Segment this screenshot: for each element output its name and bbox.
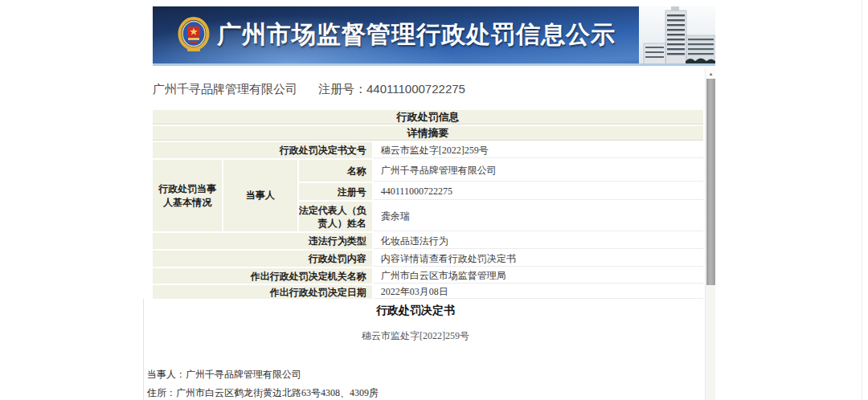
label-penalty-content: 行政处罚内容 [153,251,372,267]
page-right-edge-divider [862,0,862,400]
label-violation-type: 违法行为类型 [153,233,372,249]
label-name: 名称 [299,160,372,182]
decree-line-address: 住所：广州市白云区鹤龙街黄边北路63号4308、4309房 [147,384,684,400]
decree-line-party: 当事人：广州千寻品牌管理有限公司 [147,365,684,384]
company-headline: 广州千寻品牌管理有限公司注册号：440111000722275 [153,82,699,97]
company-name: 广州千寻品牌管理有限公司 [153,82,297,96]
value-deciding-authority: 广州市白云区市场监督管理局 [374,268,703,284]
header-banner: 广州市场监督管理行政处罚信息公示 [153,6,715,66]
registration-label: 注册号： [318,82,366,96]
scrollbar-up-arrow-icon[interactable]: ▲ [706,68,716,79]
scrollbar-thumb[interactable] [706,79,715,285]
decree-left-border [143,299,144,400]
government-building-photo [639,6,715,66]
decree-section: 行政处罚决定书 穗云市监处字[2022]259号 当事人：广州千寻品牌管理有限公… [147,299,684,400]
banner-title: 广州市场监督管理行政处罚信息公示 [217,6,616,63]
decree-doc-number: 穗云市监处字[2022]259号 [147,329,684,343]
value-decision-date: 2022年03月08日 [374,285,703,299]
table-section-header-summary: 详情摘要 [153,126,703,141]
value-penalty-content: 内容详情请查看行政处罚决定书 [374,251,703,267]
value-violation-type: 化妆品违法行为 [374,233,703,249]
market-supervision-badge-icon [177,16,211,55]
value-name: 广州千寻品牌管理有限公司 [374,160,703,182]
label-legal-representative: 法定代表人（负责人）姓名 [299,202,372,231]
table-section-header-penalty-info: 行政处罚信息 [153,110,703,124]
decree-title: 行政处罚决定书 [147,299,684,318]
vertical-scrollbar[interactable]: ▲ [705,68,715,400]
label-party: 当事人 [223,160,297,231]
label-deciding-authority: 作出行政处罚决定机关名称 [153,268,372,284]
label-decision-doc-number: 行政处罚决定书文号 [153,142,372,158]
page: { "banner": { "title": "广州市场监督管理行政处罚信息公示… [0,0,868,400]
value-registration-number: 440111000722275 [374,183,703,200]
label-registration-number: 注册号 [299,183,372,200]
label-party-basic-info: 行政处罚当事人基本情况 [153,160,222,231]
value-decision-doc-number: 穗云市监处字[2022]259号 [374,142,703,158]
registration-number: 440111000722275 [366,82,465,96]
value-legal-representative: 龚余瑞 [374,202,703,231]
penalty-info-table: 行政处罚信息 详情摘要 行政处罚决定书文号 穗云市监处字[2022]259号 行… [151,108,705,300]
label-decision-date: 作出行政处罚决定日期 [153,285,372,299]
